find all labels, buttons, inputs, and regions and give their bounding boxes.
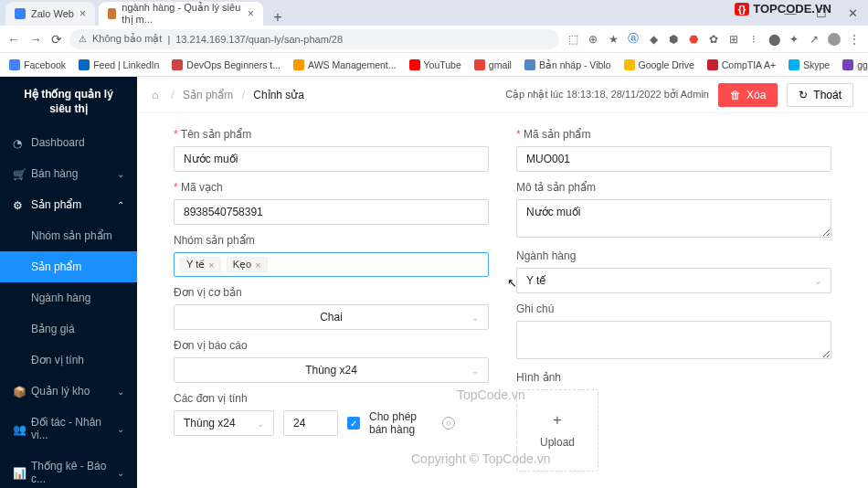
- ext-icon[interactable]: ⬣: [687, 33, 700, 46]
- ext-icon[interactable]: ↗: [808, 33, 820, 46]
- note-textarea[interactable]: [516, 321, 831, 359]
- close-icon[interactable]: ×: [79, 7, 86, 20]
- desc-label: Mô tả sản phẩm: [516, 181, 831, 194]
- ext-icon[interactable]: ★: [607, 33, 619, 46]
- note-label: Ghi chú: [516, 302, 831, 315]
- unit-select[interactable]: Thùng x24⌄: [174, 410, 274, 436]
- tab-title: ngành hàng - Quản lý siêu thị m...: [122, 2, 242, 26]
- bookmark-icon: [524, 59, 535, 70]
- help-icon[interactable]: ○: [442, 417, 455, 430]
- close-window-icon[interactable]: ✕: [837, 0, 868, 26]
- favicon-icon: [108, 8, 116, 19]
- bookmark-icon: [172, 59, 183, 70]
- bookmark[interactable]: Feed | LinkedIn: [79, 59, 159, 70]
- barcode-input[interactable]: [174, 199, 489, 225]
- baseunit-select[interactable]: Chai⌄: [174, 304, 489, 330]
- sidebar-item-reports[interactable]: 📊Thống kê - Báo c...⌄: [0, 451, 137, 488]
- bookmark[interactable]: Bản nháp - Viblo: [524, 59, 611, 70]
- ext-icon[interactable]: ⬚: [566, 33, 579, 46]
- ext-icon[interactable]: ⁝: [747, 33, 760, 46]
- new-tab-button[interactable]: +: [267, 9, 289, 26]
- bookmark-icon: [789, 59, 799, 70]
- desc-textarea[interactable]: Nước muối: [516, 199, 831, 238]
- bookmark-icon: [409, 59, 420, 70]
- group-label: Nhóm sản phẩm: [174, 234, 489, 247]
- chart-icon: 📊: [13, 467, 24, 478]
- ext-icon[interactable]: ⬢: [667, 33, 680, 46]
- code-label: Mã sản phẩm: [516, 128, 831, 141]
- category-select[interactable]: Y tế⌄: [516, 268, 831, 293]
- bookmark[interactable]: gg Form: [842, 59, 868, 70]
- bookmark[interactable]: DevOps Beginners t...: [172, 59, 281, 70]
- insecure-icon: ⚠: [79, 34, 87, 44]
- tab-title: Zalo Web: [31, 8, 74, 19]
- menu-icon[interactable]: ⋮: [848, 33, 861, 46]
- units-label: Các đơn vị tính: [174, 392, 489, 405]
- name-input[interactable]: [174, 146, 489, 172]
- bookmark-icon: [474, 59, 485, 70]
- tag: Kẹo×: [227, 257, 268, 272]
- ext-icon[interactable]: ⊕: [587, 33, 599, 46]
- bookmark[interactable]: CompTIA A+: [707, 59, 776, 70]
- group-multiselect[interactable]: Y tế× Kẹo×: [174, 252, 489, 277]
- breadcrumb: / Sản phẩm / Chỉnh sửa: [165, 89, 304, 101]
- favicon-icon: [15, 8, 26, 19]
- sidebar-sub-pricing[interactable]: Bảng giá: [0, 313, 137, 345]
- insecure-label: Không bảo mật: [92, 33, 162, 45]
- sidebar-sub-categories[interactable]: Ngành hàng: [0, 282, 137, 313]
- sidebar-sub-units[interactable]: Đơn vị tính: [0, 345, 137, 376]
- sidebar: Hệ thống quản lý siêu thị ◔Dashboard 🛒Bá…: [0, 77, 137, 488]
- sidebar-item-partners[interactable]: 👥Đối tác - Nhân vi...⌄: [0, 407, 137, 451]
- delete-button[interactable]: 🗑Xóa: [718, 83, 778, 107]
- cart-icon: 🛒: [13, 168, 24, 179]
- sidebar-sub-products[interactable]: Sản phẩm: [0, 251, 137, 282]
- ext-icon[interactable]: ⊞: [727, 33, 740, 46]
- allow-sale-checkbox[interactable]: ✓: [347, 417, 360, 430]
- sidebar-item-dashboard[interactable]: ◔Dashboard: [0, 127, 137, 158]
- reload-icon[interactable]: ⟳: [51, 32, 62, 47]
- chevron-down-icon: ⌄: [117, 387, 124, 397]
- ext-icon[interactable]: ✦: [788, 33, 800, 46]
- ext-icon[interactable]: ◆: [647, 33, 660, 46]
- browser-tab[interactable]: ngành hàng - Quản lý siêu thị m... ×: [99, 2, 263, 26]
- forward-icon[interactable]: →: [29, 32, 42, 47]
- bookmark-icon: [707, 59, 718, 70]
- sidebar-sub-product-groups[interactable]: Nhóm sản phẩm: [0, 220, 137, 251]
- sidebar-item-sales[interactable]: 🛒Bán hàng⌄: [0, 158, 137, 189]
- code-input[interactable]: [516, 146, 831, 172]
- baseunit-label: Đơn vị cơ bản: [174, 286, 489, 299]
- bookmark[interactable]: Google Drive: [624, 59, 694, 70]
- ext-icon[interactable]: ⬤: [767, 33, 780, 46]
- profile-avatar[interactable]: [828, 33, 841, 46]
- exit-button[interactable]: ↻Thoát: [787, 83, 853, 107]
- sidebar-item-products[interactable]: ⚙Sản phẩm⌃: [0, 189, 137, 220]
- unit-qty-input[interactable]: [283, 410, 338, 436]
- chevron-down-icon: ⌄: [471, 313, 479, 323]
- close-icon[interactable]: ×: [248, 7, 254, 20]
- browser-tab[interactable]: Zalo Web ×: [5, 2, 95, 26]
- bookmark[interactable]: Facebook: [9, 59, 66, 70]
- exit-icon: ↻: [799, 89, 808, 101]
- bookmark[interactable]: Skype: [789, 59, 830, 70]
- back-icon[interactable]: ←: [7, 32, 20, 47]
- reportunit-select[interactable]: Thùng x24⌄: [174, 357, 489, 383]
- bookmark[interactable]: YouTube: [409, 59, 461, 70]
- home-icon[interactable]: ⌂: [152, 89, 158, 101]
- image-upload[interactable]: + Upload: [516, 389, 598, 472]
- tag-remove-icon[interactable]: ×: [255, 260, 260, 271]
- url-text: 13.214.169.137/quan-ly/san-pham/28: [175, 34, 343, 45]
- bookmark[interactable]: gmail: [474, 59, 512, 70]
- ext-icon[interactable]: ✿: [707, 33, 720, 46]
- ext-icon[interactable]: ⓐ: [627, 33, 640, 46]
- url-input[interactable]: ⚠ Không bảo mật | 13.214.169.137/quan-ly…: [69, 29, 559, 49]
- bookmark[interactable]: AWS Management...: [293, 59, 396, 70]
- dashboard-icon: ◔: [13, 137, 24, 148]
- tag: Y tế×: [180, 257, 221, 272]
- topcode-text: TOPCODE.VN: [753, 2, 831, 16]
- breadcrumb-link[interactable]: Sản phẩm: [183, 89, 233, 101]
- tag-remove-icon[interactable]: ×: [208, 260, 214, 271]
- sidebar-item-inventory[interactable]: 📦Quản lý kho⌄: [0, 376, 137, 407]
- category-label: Ngành hàng: [516, 249, 831, 262]
- bookmark-bar: Facebook Feed | LinkedIn DevOps Beginner…: [0, 53, 868, 77]
- people-icon: 👥: [13, 423, 24, 434]
